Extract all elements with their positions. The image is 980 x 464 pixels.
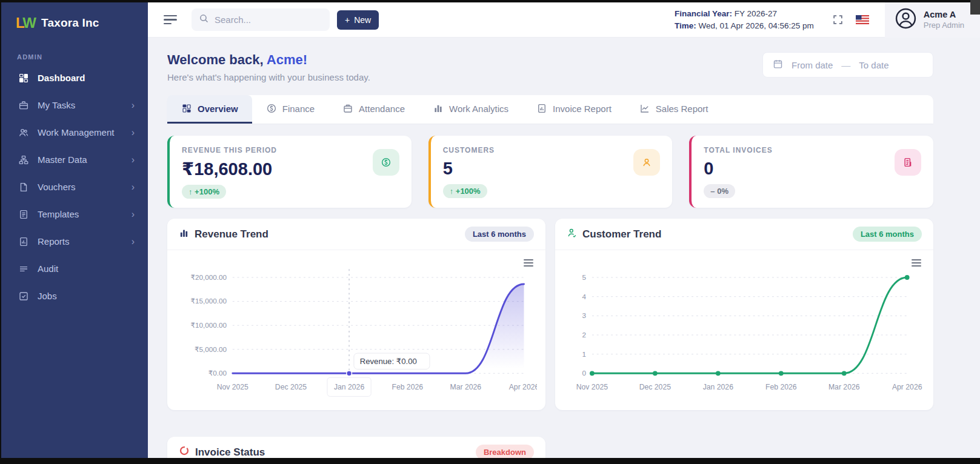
svg-text:2: 2 — [582, 331, 587, 339]
brand[interactable]: LW Taxora Inc — [1, 2, 148, 38]
main-area: + New Financial Year: FY 2026-27 Time: W… — [148, 2, 980, 458]
invoice-icon — [895, 149, 921, 176]
revenue-trend-title: Revenue Trend — [179, 228, 268, 241]
stat-value: 5 — [443, 159, 661, 179]
revenue-trend-panel: Revenue Trend Last 6 months ₹0.00₹5,000.… — [167, 219, 545, 410]
stat-card: CUSTOMERS 5 ↑ +100% — [428, 136, 673, 208]
sidebar-toggle-icon[interactable] — [164, 13, 178, 27]
customer-trend-chart[interactable]: 012345Nov 2025Dec 2025Jan 2026Feb 2026Ma… — [564, 254, 925, 405]
tab-sales-report[interactable]: Sales Report — [625, 95, 722, 124]
stat-cards-row: REVENUE THIS PERIOD ₹18,608.00 ↑ +100% C… — [167, 136, 933, 208]
bars-icon — [433, 103, 444, 114]
sidebar-item-master-data[interactable]: Master Data › — [1, 146, 148, 173]
user-menu[interactable]: Acme A Prep Admin — [885, 2, 980, 38]
chart-menu-icon[interactable] — [912, 257, 921, 268]
date-range-picker[interactable]: From date — To date — [762, 52, 933, 78]
user-role: Prep Admin — [924, 21, 964, 30]
people-icon — [18, 127, 29, 138]
file-chart-icon — [18, 236, 29, 247]
page-subtitle: Here's what's happening with your busine… — [167, 72, 370, 82]
tab-invoice-report[interactable]: Invoice Report — [522, 95, 625, 124]
invoice-status-title: Invoice Status — [179, 445, 265, 458]
stat-value: ₹18,608.00 — [182, 159, 399, 179]
dashboard-icon — [18, 72, 29, 84]
svg-text:₹0.00: ₹0.00 — [208, 369, 227, 377]
sidebar-item-my-tasks[interactable]: My Tasks › — [1, 91, 148, 119]
fullscreen-icon[interactable] — [832, 14, 844, 25]
revenue-range-badge: Last 6 months — [465, 227, 534, 242]
sidebar-nav: Dashboard My Tasks › Work Management › M… — [1, 64, 148, 310]
tab-finance[interactable]: Finance — [252, 95, 328, 124]
check-square-icon — [18, 290, 29, 302]
sidebar-item-work-management[interactable]: Work Management › — [1, 119, 148, 146]
user-name: Acme A — [924, 10, 964, 19]
stat-card: REVENUE THIS PERIOD ₹18,608.00 ↑ +100% — [167, 136, 412, 208]
financial-year-time: Financial Year: FY 2026-27 Time: Wed, 01… — [675, 8, 814, 31]
svg-text:3: 3 — [582, 311, 587, 319]
customer-trend-title: Customer Trend — [567, 228, 661, 241]
sidebar-item-audit[interactable]: Audit — [1, 255, 148, 282]
sidebar-item-templates[interactable]: Templates › — [1, 201, 148, 228]
scrollbar-corner — [970, 0, 980, 15]
chevron-right-icon: › — [132, 182, 135, 192]
svg-text:1: 1 — [582, 350, 587, 358]
sidebar-item-reports[interactable]: Reports › — [1, 228, 148, 255]
sidebar-item-dashboard[interactable]: Dashboard — [1, 64, 148, 91]
sidebar-item-vouchers[interactable]: Vouchers › — [1, 173, 148, 201]
svg-text:Revenue: ₹0.00: Revenue: ₹0.00 — [360, 357, 417, 366]
calendar-icon — [773, 59, 783, 71]
sidebar: LW Taxora Inc ADMIN Dashboard My Tasks ›… — [1, 2, 148, 458]
svg-text:Apr 2026: Apr 2026 — [892, 383, 922, 391]
invoice-breakdown-badge: Breakdown — [476, 445, 534, 458]
svg-text:0: 0 — [582, 369, 587, 377]
page-title: Welcome back, Acme! — [167, 52, 370, 68]
svg-text:Mar 2026: Mar 2026 — [828, 383, 860, 391]
person-icon — [633, 149, 660, 176]
chevron-right-icon: › — [132, 210, 135, 219]
donut-chart-icon — [179, 445, 190, 458]
brand-logo-icon: LW — [16, 15, 35, 31]
svg-text:Feb 2026: Feb 2026 — [765, 383, 797, 391]
file-chart-icon — [536, 103, 547, 114]
file-icon — [18, 181, 29, 193]
svg-text:Jan 2026: Jan 2026 — [334, 383, 364, 391]
stat-card: TOTAL INVOICES 0 – 0% — [689, 136, 933, 208]
svg-text:₹15,000.00: ₹15,000.00 — [190, 297, 227, 305]
chevron-right-icon: › — [132, 155, 135, 165]
avatar-icon — [895, 7, 917, 32]
chart-menu-icon[interactable] — [524, 257, 533, 268]
svg-text:Jan 2026: Jan 2026 — [703, 383, 733, 391]
coin-icon — [373, 149, 399, 176]
svg-text:Mar 2026: Mar 2026 — [450, 383, 482, 391]
sitemap-icon — [18, 154, 29, 165]
svg-text:Nov 2025: Nov 2025 — [576, 383, 608, 391]
svg-text:Apr 2026: Apr 2026 — [509, 383, 537, 391]
customer-range-badge: Last 6 months — [853, 227, 922, 242]
svg-text:₹20,000.00: ₹20,000.00 — [190, 273, 227, 281]
stat-label: CUSTOMERS — [443, 146, 661, 154]
new-button[interactable]: + New — [337, 10, 379, 30]
dashboard-content: Welcome back, Acme! Here's what's happen… — [148, 38, 980, 458]
brand-name: Taxora Inc — [41, 16, 99, 30]
svg-text:Dec 2025: Dec 2025 — [639, 383, 671, 391]
tab-work-analytics[interactable]: Work Analytics — [419, 95, 522, 124]
tab-attendance[interactable]: Attendance — [328, 95, 419, 124]
chevron-right-icon: › — [132, 128, 135, 138]
sidebar-item-jobs[interactable]: Jobs — [1, 282, 148, 310]
app-window: LW Taxora Inc ADMIN Dashboard My Tasks ›… — [1, 2, 980, 458]
from-date-field[interactable]: From date — [792, 60, 833, 70]
to-date-field[interactable]: To date — [859, 60, 888, 70]
revenue-trend-chart[interactable]: ₹0.00₹5,000.00₹10,000.00₹15,000.00₹20,00… — [176, 254, 537, 405]
briefcase2-icon — [342, 103, 353, 114]
tab-overview[interactable]: Overview — [167, 95, 252, 124]
search-box[interactable] — [192, 8, 330, 31]
language-flag-icon[interactable] — [856, 15, 869, 24]
dashboard-tabs: Overview Finance Attendance Work Analyti… — [167, 95, 933, 124]
stat-change-badge: ↑ +100% — [182, 185, 226, 199]
plus-icon: + — [345, 15, 350, 25]
search-input[interactable] — [215, 15, 322, 25]
stat-change-badge: – 0% — [704, 184, 735, 198]
sidebar-section-label: ADMIN — [17, 53, 148, 61]
stat-value: 0 — [704, 159, 921, 179]
topbar: + New Financial Year: FY 2026-27 Time: W… — [148, 2, 980, 38]
